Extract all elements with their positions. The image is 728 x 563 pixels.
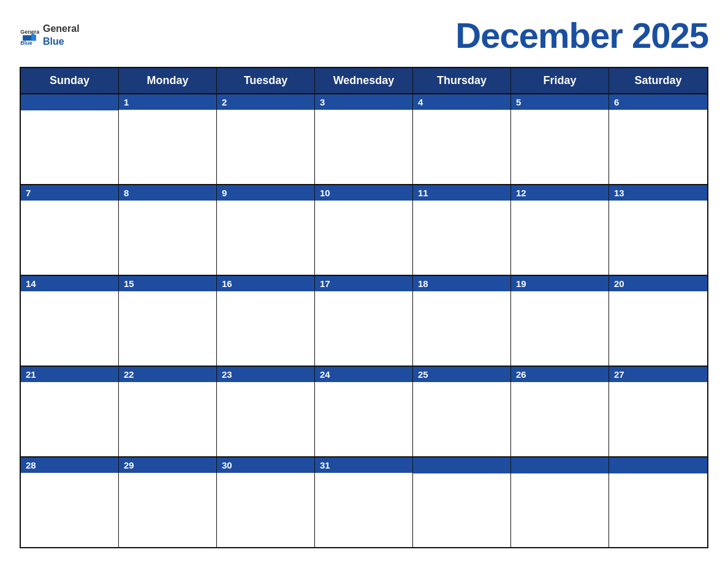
day-cell-3: 3: [315, 94, 413, 184]
day-cell-14: 14: [21, 276, 119, 366]
calendar-page: General Blue General Blue December 2025 …: [0, 0, 728, 563]
day-headers-row: Sunday Monday Tuesday Wednesday Thursday…: [21, 68, 707, 93]
day-cell-empty-3: [511, 458, 609, 547]
week-row-4: 21 22 23 24 25: [21, 366, 707, 456]
day-cell-17: 17: [315, 276, 413, 366]
day-cell-16: 16: [217, 276, 315, 366]
day-cell-10: 10: [315, 185, 413, 275]
logo-text-blue: Blue: [43, 36, 80, 48]
day-cell-30: 30: [217, 458, 315, 547]
svg-text:Blue: Blue: [20, 39, 32, 45]
calendar: Sunday Monday Tuesday Wednesday Thursday…: [20, 67, 708, 548]
day-cell-29: 29: [119, 458, 217, 547]
day-cell-28: 28: [21, 458, 119, 547]
header-monday: Monday: [119, 68, 217, 93]
logo: General Blue General Blue: [20, 23, 80, 48]
header-friday: Friday: [511, 68, 609, 93]
day-cell-2: 2: [217, 94, 315, 184]
day-cell-23: 23: [217, 367, 315, 456]
week-row-1: 1 2 3 4 5: [21, 93, 707, 184]
header-saturday: Saturday: [609, 68, 707, 93]
day-cell-31: 31: [315, 458, 413, 547]
calendar-body: 1 2 3 4 5: [21, 93, 707, 547]
day-cell-18: 18: [413, 276, 511, 366]
day-cell-11: 11: [413, 185, 511, 275]
week-row-5: 28 29 30 31: [21, 456, 707, 547]
day-cell-13: 13: [609, 185, 707, 275]
header: General Blue General Blue December 2025: [20, 15, 708, 56]
day-cell-1: 1: [119, 94, 217, 184]
day-cell-26: 26: [511, 367, 609, 456]
day-cell-empty-2: [413, 458, 511, 547]
day-cell-12: 12: [511, 185, 609, 275]
day-cell-21: 21: [21, 367, 119, 456]
day-cell-22: 22: [119, 367, 217, 456]
header-sunday: Sunday: [21, 68, 119, 93]
day-cell-empty-1: [21, 94, 119, 184]
day-cell-19: 19: [511, 276, 609, 366]
header-tuesday: Tuesday: [217, 68, 315, 93]
day-cell-27: 27: [609, 367, 707, 456]
day-cell-15: 15: [119, 276, 217, 366]
svg-text:General: General: [20, 28, 39, 34]
day-cell-5: 5: [511, 94, 609, 184]
day-cell-6: 6: [609, 94, 707, 184]
logo-text-general: General: [43, 23, 80, 36]
day-cell-9: 9: [217, 185, 315, 275]
day-cell-8: 8: [119, 185, 217, 275]
day-cell-20: 20: [609, 276, 707, 366]
day-cell-7: 7: [21, 185, 119, 275]
day-cell-24: 24: [315, 367, 413, 456]
week-row-3: 14 15 16 17 18: [21, 275, 707, 366]
logo-icon: General Blue: [20, 26, 39, 45]
header-thursday: Thursday: [413, 68, 511, 93]
week-row-2: 7 8 9 10 11: [21, 184, 707, 275]
month-title: December 2025: [455, 15, 708, 56]
day-cell-empty-4: [609, 458, 707, 547]
day-cell-4: 4: [413, 94, 511, 184]
day-cell-25: 25: [413, 367, 511, 456]
header-wednesday: Wednesday: [315, 68, 413, 93]
